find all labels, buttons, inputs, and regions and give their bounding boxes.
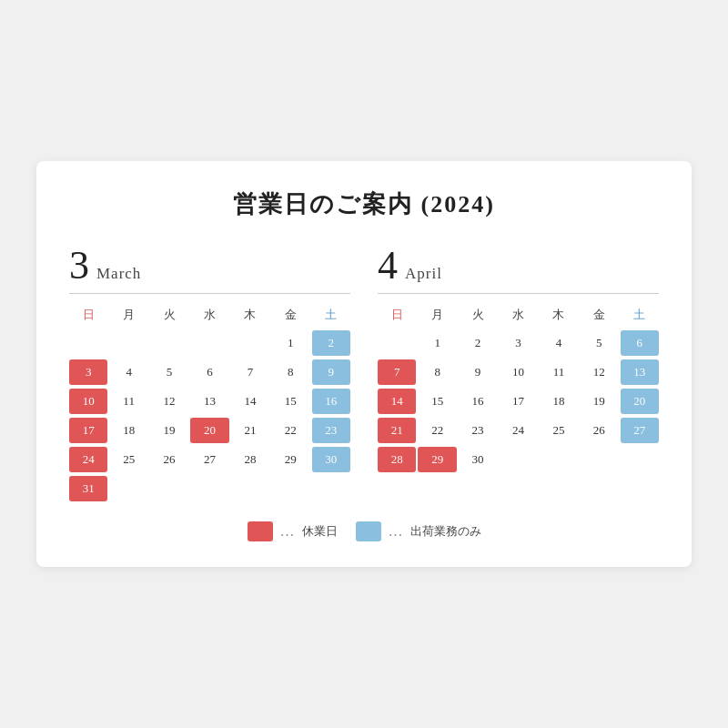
day-cell: 4 — [109, 359, 147, 385]
day-cell — [378, 330, 416, 356]
day-cell: 24 — [499, 418, 537, 443]
legend-blue-dots: … — [389, 523, 403, 540]
day-cell — [109, 330, 147, 356]
day-cell: 10 — [69, 389, 107, 414]
legend-red-item: … 休業日 — [248, 521, 338, 541]
day-cell: 14 — [231, 389, 269, 414]
day-cell — [499, 447, 537, 472]
day-cell: 8 — [418, 359, 456, 385]
day-cell: 15 — [418, 389, 456, 414]
col-header-木: 木 — [231, 303, 269, 327]
day-cell — [621, 447, 659, 472]
day-cell — [540, 447, 578, 472]
day-cell: 8 — [271, 359, 309, 385]
calendars-wrap: 3 March 日月火水木金土1234567891011121314151617… — [69, 246, 659, 501]
day-cell: 28 — [378, 447, 416, 472]
day-cell — [190, 330, 228, 356]
col-header-金: 金 — [271, 303, 309, 327]
legend-red-box — [248, 521, 273, 541]
day-cell: 2 — [312, 330, 350, 356]
day-cell: 18 — [540, 389, 578, 414]
day-cell: 3 — [69, 359, 107, 385]
day-cell: 21 — [231, 418, 269, 443]
day-cell: 19 — [150, 418, 188, 443]
col-header-日: 日 — [69, 303, 107, 327]
day-cell: 29 — [271, 447, 309, 472]
day-cell: 7 — [378, 359, 416, 385]
day-cell: 31 — [69, 476, 107, 501]
legend-red-dots: … — [280, 523, 295, 540]
april-name: April — [405, 265, 442, 283]
march-grid: 日月火水木金土123456789101112131415161718192021… — [69, 303, 350, 501]
day-cell: 15 — [271, 389, 309, 414]
day-cell: 25 — [109, 447, 147, 472]
day-cell: 11 — [540, 359, 578, 385]
day-cell — [69, 330, 107, 356]
day-cell: 25 — [540, 418, 578, 443]
col-header-金: 金 — [580, 303, 618, 327]
day-cell: 13 — [190, 389, 228, 414]
day-cell: 2 — [459, 330, 497, 356]
day-cell: 1 — [418, 330, 456, 356]
day-cell: 6 — [621, 330, 659, 356]
page-title: 営業日のご案内 (2024) — [69, 188, 659, 220]
day-cell — [150, 330, 188, 356]
day-cell — [231, 330, 269, 356]
col-header-月: 月 — [109, 303, 147, 327]
march-divider — [69, 293, 350, 294]
day-cell: 13 — [621, 359, 659, 385]
day-cell: 30 — [312, 447, 350, 472]
day-cell: 20 — [190, 418, 228, 443]
col-header-月: 月 — [418, 303, 456, 327]
day-cell: 18 — [109, 418, 147, 443]
legend-blue-item: … 出荷業務のみ — [356, 521, 481, 541]
march-number: 3 — [69, 246, 89, 286]
april-calendar: 4 April 日月火水木金土1234567891011121314151617… — [378, 246, 659, 501]
legend-blue-label: 出荷業務のみ — [410, 523, 481, 540]
day-cell — [190, 476, 228, 501]
april-grid: 日月火水木金土123456789101112131415161718192021… — [378, 303, 659, 472]
day-cell — [271, 476, 309, 501]
day-cell: 21 — [378, 418, 416, 443]
march-header: 3 March — [69, 246, 350, 286]
col-header-水: 水 — [190, 303, 228, 327]
day-cell: 17 — [69, 418, 107, 443]
day-cell — [580, 447, 618, 472]
day-cell: 16 — [459, 389, 497, 414]
day-cell: 17 — [499, 389, 537, 414]
day-cell: 26 — [580, 418, 618, 443]
day-cell: 12 — [150, 389, 188, 414]
col-header-火: 火 — [459, 303, 497, 327]
day-cell: 9 — [312, 359, 350, 385]
day-cell: 4 — [540, 330, 578, 356]
day-cell: 14 — [378, 389, 416, 414]
march-calendar: 3 March 日月火水木金土1234567891011121314151617… — [69, 246, 350, 501]
day-cell: 7 — [231, 359, 269, 385]
legend-red-label: 休業日 — [302, 523, 338, 540]
march-name: March — [96, 265, 141, 283]
legend-blue-box — [356, 521, 381, 541]
col-header-土: 土 — [621, 303, 659, 327]
april-divider — [378, 293, 659, 294]
day-cell: 10 — [499, 359, 537, 385]
day-cell — [231, 476, 269, 501]
day-cell: 30 — [459, 447, 497, 472]
day-cell — [109, 476, 147, 501]
day-cell: 5 — [580, 330, 618, 356]
day-cell: 28 — [231, 447, 269, 472]
col-header-水: 水 — [499, 303, 537, 327]
day-cell: 22 — [271, 418, 309, 443]
day-cell — [150, 476, 188, 501]
day-cell: 22 — [418, 418, 456, 443]
day-cell: 19 — [580, 389, 618, 414]
day-cell: 3 — [499, 330, 537, 356]
day-cell: 12 — [580, 359, 618, 385]
col-header-火: 火 — [150, 303, 188, 327]
col-header-土: 土 — [312, 303, 350, 327]
col-header-日: 日 — [378, 303, 416, 327]
day-cell: 20 — [621, 389, 659, 414]
day-cell: 29 — [418, 447, 456, 472]
day-cell: 23 — [459, 418, 497, 443]
day-cell: 9 — [459, 359, 497, 385]
day-cell: 16 — [312, 389, 350, 414]
